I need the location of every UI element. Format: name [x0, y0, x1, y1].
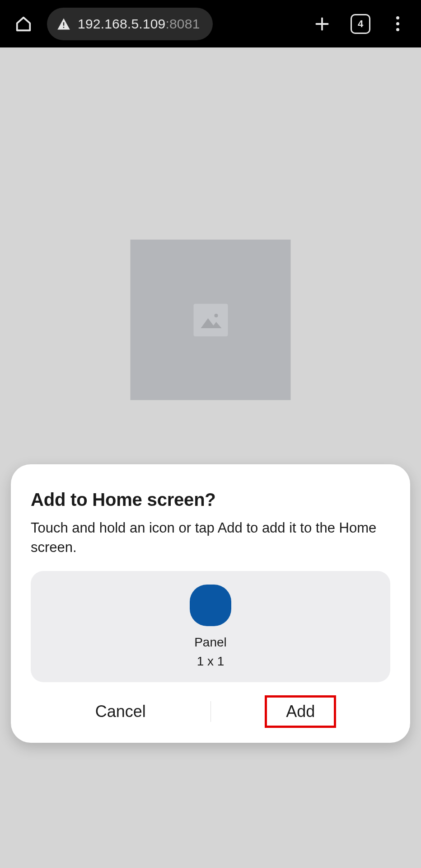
widget-name: Panel: [194, 635, 227, 650]
add-to-home-dialog: Add to Home screen? Touch and hold an ic…: [11, 464, 410, 743]
widget-size: 1 x 1: [197, 654, 225, 669]
image-icon: [193, 304, 228, 336]
address-port: :8081: [165, 16, 200, 31]
dialog-button-row: Cancel Add: [31, 691, 390, 732]
svg-point-5: [214, 314, 218, 317]
home-icon[interactable]: [11, 11, 36, 37]
not-secure-warning-icon: [57, 18, 70, 30]
cancel-button[interactable]: Cancel: [31, 691, 210, 732]
svg-rect-1: [63, 27, 65, 28]
browser-topbar: 192.168.5.109:8081 4: [0, 0, 421, 47]
svg-marker-4: [201, 318, 221, 328]
app-icon[interactable]: [190, 585, 231, 626]
page-content: Add to Home screen? Touch and hold an ic…: [0, 47, 421, 868]
svg-rect-0: [63, 22, 65, 26]
page-image-placeholder: [131, 240, 291, 400]
add-button-label: Add: [265, 695, 336, 728]
tab-switcher-icon[interactable]: 4: [351, 14, 370, 34]
cancel-button-label: Cancel: [95, 702, 146, 721]
widget-preview[interactable]: Panel 1 x 1: [31, 571, 390, 682]
add-button[interactable]: Add: [211, 691, 391, 732]
address-bar[interactable]: 192.168.5.109:8081: [47, 8, 213, 40]
address-host: 192.168.5.109: [78, 16, 165, 31]
overflow-menu-icon[interactable]: [390, 14, 405, 34]
new-tab-icon[interactable]: [313, 15, 331, 33]
tab-count: 4: [358, 18, 363, 30]
address-text: 192.168.5.109:8081: [78, 16, 200, 32]
dialog-description: Touch and hold an icon or tap Add to add…: [31, 518, 390, 557]
dialog-title: Add to Home screen?: [31, 490, 390, 510]
